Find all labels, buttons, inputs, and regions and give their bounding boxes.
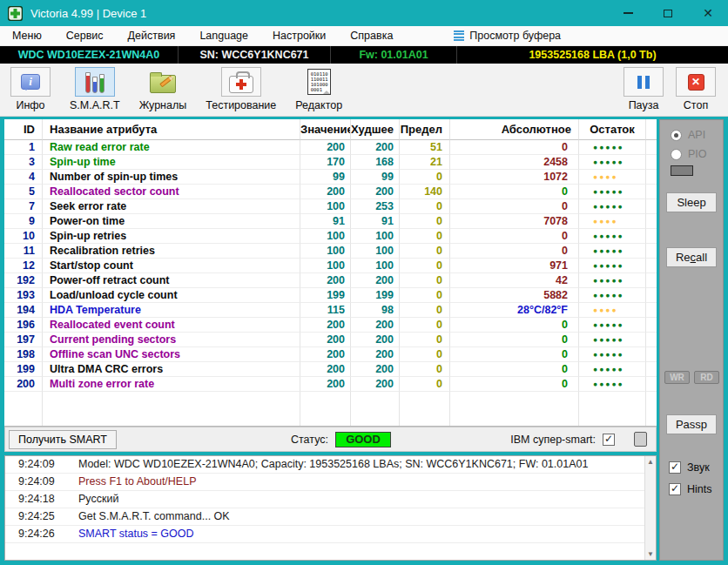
table-row[interactable]: 7 Seek error rate 100 253 0 0 ●●●●● — [4, 199, 657, 214]
menu-item-menu[interactable]: Меню — [0, 26, 54, 46]
table-row[interactable]: 10 Spin-up retries 100 100 0 0 ●●●●● — [4, 229, 657, 244]
cell-threshold: 0 — [400, 318, 450, 333]
sound-checkbox[interactable] — [669, 461, 681, 474]
table-row[interactable]: 197 Current pending sectors 200 200 0 0 … — [4, 333, 657, 347]
hints-checkbox[interactable] — [669, 483, 681, 495]
minimize-icon — [624, 12, 633, 14]
table-row[interactable]: 194 HDA Temperature 115 98 0 28°C/82°F ●… — [4, 303, 657, 318]
table-row[interactable]: 12 Start/stop count 100 100 0 971 ●●●●● — [4, 259, 657, 273]
cell-raw-value: 0 — [450, 318, 579, 333]
log-message: Русский — [63, 491, 118, 508]
table-row[interactable]: 5 Reallocated sector count 200 200 140 0… — [4, 185, 657, 199]
menu-item-language[interactable]: Language — [187, 26, 260, 46]
health-dots: ●●●●● — [579, 377, 646, 392]
close-button[interactable]: ✕ — [688, 0, 728, 26]
cell-value: 100 — [300, 229, 351, 244]
passp-button[interactable]: Passp — [666, 414, 717, 434]
table-row[interactable]: 198 Offline scan UNC sectors 200 200 0 0… — [4, 347, 657, 362]
stop-icon: ✕ — [688, 74, 704, 91]
buffer-view-button[interactable]: Просмотр буфера — [454, 30, 561, 42]
cell-id: 197 — [4, 333, 43, 347]
scroll-down-icon[interactable]: ▼ — [645, 548, 656, 560]
smart-button[interactable]: S.M.A.R.T — [70, 67, 120, 111]
maximize-icon — [664, 10, 672, 17]
device-info-bar: WDC WD10EZEX-21WN4A0 SN: WCC6Y1KNC671 Fw… — [0, 46, 728, 64]
table-row[interactable]: 200 Multi zone error rate 200 200 0 0 ●●… — [4, 377, 657, 392]
testing-button[interactable]: Тестирование — [206, 67, 276, 111]
maximize-button[interactable] — [648, 0, 688, 26]
rd-button[interactable]: RD — [694, 371, 719, 384]
cell-threshold: 0 — [400, 333, 450, 347]
sleep-button[interactable]: Sleep — [666, 192, 717, 212]
log-entry: 9:24:18 Русский — [5, 491, 656, 508]
cell-attribute-name: Spin-up retries — [43, 229, 300, 244]
sound-check-row[interactable]: Звук — [669, 461, 710, 474]
stop-button[interactable]: ✕ Стоп — [676, 67, 716, 111]
table-row[interactable]: 4 Number of spin-up times 99 99 0 1072 ●… — [4, 170, 657, 185]
recall-button[interactable]: Recall — [666, 247, 717, 267]
cell-attribute-name: HDA Temperature — [43, 303, 300, 318]
cell-id: 5 — [4, 185, 43, 199]
health-dots: ●●●●● — [579, 229, 646, 244]
cell-raw-value: 0 — [450, 199, 579, 214]
cell-worst: 200 — [351, 273, 400, 288]
log-scrollbar[interactable]: ▲ ▼ — [644, 456, 656, 560]
extra-checkbox[interactable] — [634, 432, 647, 447]
cell-attribute-name: Reallocated sector count — [43, 185, 300, 199]
cell-attribute-name: Current pending sectors — [43, 333, 300, 347]
wr-button[interactable]: WR — [664, 371, 690, 384]
cell-threshold: 51 — [400, 140, 450, 155]
log-message: Get S.M.A.R.T. command... OK — [63, 508, 230, 525]
scroll-up-icon[interactable]: ▲ — [645, 456, 656, 467]
pause-button[interactable]: Пауза — [624, 67, 664, 111]
table-row[interactable]: 3 Spin-up time 170 168 21 2458 ●●●●● — [4, 155, 657, 170]
cell-attribute-name: Offline scan UNC sectors — [43, 347, 300, 362]
table-row[interactable]: 193 Load/unload cycle count 199 199 0 58… — [4, 288, 657, 303]
ibm-super-smart-checkbox[interactable] — [603, 434, 615, 446]
cell-value: 100 — [300, 244, 351, 259]
cell-worst: 253 — [351, 199, 400, 214]
menu-item-help[interactable]: Справка — [338, 26, 405, 46]
cell-id: 199 — [4, 362, 43, 377]
cell-threshold: 0 — [400, 288, 450, 303]
pio-label: PIO — [688, 148, 707, 160]
get-smart-button[interactable]: Получить SMART — [9, 430, 117, 449]
pio-radio[interactable] — [671, 149, 682, 160]
table-row[interactable]: 1 Raw read error rate 200 200 51 0 ●●●●● — [4, 140, 657, 155]
cell-id: 200 — [4, 377, 43, 392]
hints-check-row[interactable]: Hints — [669, 483, 711, 495]
first-aid-icon — [229, 76, 253, 93]
victoria-window: Victoria 4.99 | Device 1 ✕ Меню Сервис Д… — [0, 0, 728, 565]
cell-value: 200 — [300, 347, 351, 362]
cell-worst: 168 — [351, 155, 400, 170]
menu-item-service[interactable]: Сервис — [54, 26, 116, 46]
journals-button[interactable]: Журналы — [139, 67, 187, 111]
device-serial: SN: WCC6Y1KNC671 — [179, 46, 331, 64]
cell-attribute-name: Ultra DMA CRC errors — [43, 362, 300, 377]
cell-value: 91 — [300, 214, 351, 229]
editor-button[interactable]: 010110 110011 101000 0001 Редактор — [295, 67, 342, 111]
api-radio[interactable] — [671, 130, 682, 141]
api-radio-row[interactable]: API — [671, 129, 705, 141]
health-dots: ●●●●● — [579, 244, 646, 259]
cell-attribute-name: Recalibration retries — [43, 244, 300, 259]
menu-item-actions[interactable]: Действия — [116, 26, 188, 46]
cell-id: 3 — [4, 155, 43, 170]
table-row[interactable]: 196 Reallocated event count 200 200 0 0 … — [4, 318, 657, 333]
table-row[interactable]: 199 Ultra DMA CRC errors 200 200 0 0 ●●●… — [4, 362, 657, 377]
table-row[interactable]: 11 Recalibration retries 100 100 0 0 ●●●… — [4, 244, 657, 259]
table-row[interactable]: 192 Power-off retract count 200 200 0 42… — [4, 273, 657, 288]
cell-threshold: 0 — [400, 303, 450, 318]
cell-value: 170 — [300, 155, 351, 170]
cell-raw-value: 971 — [450, 259, 579, 273]
table-row[interactable]: 9 Power-on time 91 91 0 7078 ●●●● — [4, 214, 657, 229]
menu-item-settings[interactable]: Настройки — [260, 26, 338, 46]
cell-value: 99 — [300, 170, 351, 185]
log-entry: 9:24:26 SMART status = GOOD — [5, 526, 656, 543]
health-dots: ●●●●● — [579, 333, 646, 347]
pio-radio-row[interactable]: PIO — [671, 148, 707, 160]
cell-id: 7 — [4, 199, 43, 214]
toolbar: i Инфо S.M.A.R.T Журналы Тестирование 01… — [0, 64, 728, 117]
info-button[interactable]: i Инфо — [10, 67, 51, 111]
minimize-button[interactable] — [608, 0, 648, 26]
